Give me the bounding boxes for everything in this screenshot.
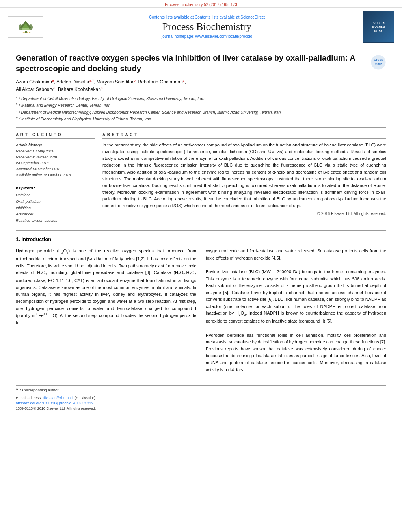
keyword-4: Reactive oxygen species [16, 217, 95, 224]
footer-section: * * Corresponding author. E-mail address… [16, 385, 386, 410]
intro-text-col1: Hydrogen peroxide (H2O2) is one of the r… [16, 248, 196, 326]
keywords-section: Keywords: Catalase Oxali-palladium Inhib… [16, 186, 95, 224]
keywords-list: Catalase Oxali-palladium Inhibition Anti… [16, 192, 95, 224]
article-content: Generation of reactive oxygen species vi… [0, 46, 402, 417]
divider-body [16, 230, 386, 231]
journal-center-info: Contents lists available at Contents lis… [51, 15, 363, 39]
article-info-column: A R T I C L E I N F O Article history: R… [16, 133, 95, 224]
svg-text:Cross: Cross [374, 58, 383, 61]
journal-logo-box: PROCESSBIOCHEMISTRY [363, 11, 394, 43]
intro-heading: 1. Introduction [16, 236, 386, 242]
page: Process Biochemistry 52 (2017) 165–173 E… [0, 0, 402, 532]
affiliation-c: ᶜ Department of Medical Nanotechnology, … [19, 110, 281, 115]
intro-col2: oxygen molecule and ferri-catalase and w… [206, 248, 386, 373]
intro-text-col2: oxygen molecule and ferri-catalase and w… [206, 248, 386, 373]
available-online: Available online 18 October 2016 [16, 172, 95, 178]
email-label: E-mail address: [16, 395, 42, 400]
history-label: Article history: [16, 142, 95, 148]
article-info-abstract: A R T I C L E I N F O Article history: R… [16, 133, 386, 224]
abstract-copyright: © 2016 Elsevier Ltd. All rights reserved… [102, 211, 386, 216]
abstract-label: A B S T R A C T [102, 133, 386, 139]
abstract-column: A B S T R A C T In the present study, th… [102, 133, 386, 224]
received-revised-date: 24 September 2016 [16, 160, 95, 166]
homepage-link[interactable]: journal homepage: www.elsevier.com/locat… [51, 34, 363, 39]
article-title: Generation of reactive oxygen species vi… [16, 53, 363, 74]
email-footnote: E-mail address: divsalar@khu.ac.ir (A. D… [16, 395, 386, 400]
sciencedirect-text: Contents lists available at Contents lis… [51, 15, 363, 19]
keyword-0: Catalase [16, 192, 95, 198]
intro-two-col: Hydrogen peroxide (H2O2) is one of the r… [16, 248, 386, 373]
asterisk-icon: * [16, 387, 18, 394]
affiliations: a ᵃ Department of Cell & Molecular Biolo… [16, 95, 386, 122]
journal-header: ELSEVIER Contents lists available at Con… [0, 8, 402, 46]
elsevier-logo: ELSEVIER [8, 16, 43, 38]
sciencedirect-link-text[interactable]: Contents lists available at ScienceDirec… [195, 15, 265, 19]
article-info-label: A R T I C L E I N F O [16, 133, 95, 139]
svg-point-4 [29, 24, 33, 30]
affiliation-a: ᵃ Department of Cell & Molecular Biology… [19, 96, 204, 101]
keyword-1: Oxali-palladium [16, 198, 95, 205]
keywords-title: Keywords: [16, 186, 95, 190]
journal-volume-text: Process Biochemistry 52 (2017) 165–173 [165, 2, 237, 7]
article-history: Article history: Received 13 May 2016 Re… [16, 142, 95, 178]
doi-footnote: http://dx.doi.org/10.1016/j.procbio.2016… [16, 401, 386, 405]
authors: Azam Gholamiana, Adeleh Divsalara,*, Mar… [16, 78, 386, 93]
affiliation-b: ᵇ Material and Energy Research Center, T… [19, 104, 110, 108]
keyword-2: Inhibition [16, 205, 95, 211]
affiliation-d: ᵈ Institute of Biochemistry and Biophysi… [19, 117, 151, 121]
sciencedirect-prefix: Contents lists available at [149, 15, 195, 19]
keyword-3: Anticancer [16, 211, 95, 217]
accepted-date: Accepted 14 October 2016 [16, 166, 95, 172]
corresponding-author-note: * Corresponding author. [20, 388, 59, 392]
crossmark-icon: Cross Mark [370, 54, 386, 70]
received-revised-label: Received in revised form [16, 154, 95, 160]
svg-point-3 [19, 24, 22, 30]
abstract-text: In the present study, the side effects o… [102, 142, 386, 209]
elsevier-tree-icon: ELSEVIER [15, 20, 37, 34]
intro-col1: Hydrogen peroxide (H2O2) is one of the r… [16, 248, 196, 373]
svg-text:Mark: Mark [375, 62, 382, 65]
received-date: Received 13 May 2016 [16, 148, 95, 154]
email-address[interactable]: divsalar@khu.ac.ir [43, 395, 74, 400]
journal-logo-text: PROCESSBIOCHEMISTRY [372, 21, 385, 32]
footer-copyright: 1359-5113/© 2016 Elsevier Ltd. All right… [16, 406, 386, 410]
doi-link[interactable]: http://dx.doi.org/10.1016/j.procbio.2016… [16, 401, 93, 405]
email-suffix: (A. Divsalar). [75, 395, 97, 400]
journal-title: Process Biochemistry [51, 21, 363, 33]
svg-text:ELSEVIER: ELSEVIER [20, 32, 30, 34]
title-section: Generation of reactive oxygen species vi… [16, 53, 386, 74]
journal-issue-info: Process Biochemistry 52 (2017) 165–173 [0, 0, 402, 8]
body-section: 1. Introduction Hydrogen peroxide (H2O2)… [16, 236, 386, 373]
divider-keywords [16, 182, 95, 182]
divider-thick [16, 127, 386, 128]
